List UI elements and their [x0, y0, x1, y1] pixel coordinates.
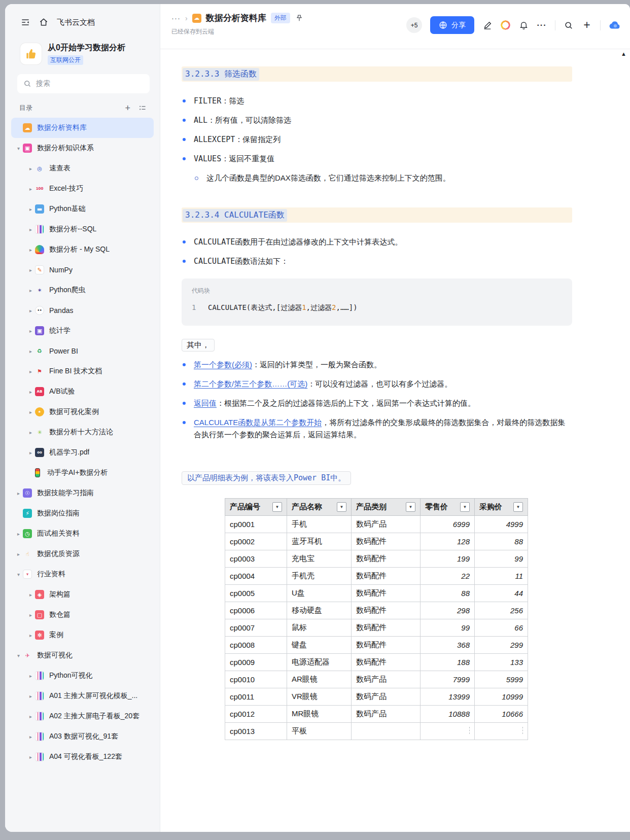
sidebar-item[interactable]: ▸ABA/B试验: [11, 381, 154, 402]
sidebar-item[interactable]: ▸数据分析 - My SQL: [11, 239, 154, 260]
table-cell: cp0006: [225, 602, 287, 619]
sidebar-item[interactable]: ▸◈架构篇: [11, 584, 154, 605]
home-icon[interactable]: [39, 17, 49, 27]
expand-arrow-icon[interactable]: ▸: [26, 328, 35, 334]
filter-dropdown-icon[interactable]: ▼: [513, 502, 523, 512]
sidebar-item[interactable]: ▸★数据可视化案例: [11, 402, 154, 422]
warehouse-icon: ▢: [35, 610, 44, 619]
doc-card[interactable]: 从0开始学习数据分析 互联网公开: [5, 32, 160, 65]
filter-dropdown-icon[interactable]: ▼: [337, 502, 346, 512]
sidebar-item[interactable]: ▸A03 数据可视化_91套: [11, 726, 154, 747]
sidebar-item[interactable]: ▸♻Power BI: [11, 341, 154, 361]
expand-arrow-icon[interactable]: ▸: [26, 714, 35, 719]
cloud-app-icon[interactable]: [609, 19, 621, 31]
scroll-up-icon[interactable]: ▲: [621, 51, 626, 57]
sidebar-item-label: A01 主推大屏可视化模板_...: [49, 691, 137, 701]
expand-arrow-icon[interactable]: ▾: [14, 572, 23, 577]
expand-arrow-icon[interactable]: ▸: [26, 227, 35, 232]
sidebar-item[interactable]: ⚡数据岗位指南: [11, 503, 154, 523]
filter-dropdown-icon[interactable]: ▼: [272, 502, 282, 512]
filter-dropdown-icon[interactable]: ▼: [460, 502, 470, 512]
catalog-settings-icon[interactable]: [138, 104, 147, 112]
sidebar-item[interactable]: ▸⚑Fine BI 技术文档: [11, 361, 154, 381]
search-input[interactable]: 搜索: [17, 74, 150, 93]
expand-arrow-icon[interactable]: ▸: [26, 430, 35, 435]
expand-arrow-icon[interactable]: ▸: [26, 348, 35, 354]
expand-arrow-icon[interactable]: ▾: [14, 146, 23, 151]
expand-arrow-icon[interactable]: ▸: [26, 389, 35, 395]
sidebar-item[interactable]: ▸A02 主推大屏电子看板_20套: [11, 706, 154, 726]
ai-assistant-icon[interactable]: [501, 20, 510, 30]
inline-link[interactable]: CALCULATE函数是从第二个参数开始: [194, 418, 322, 427]
more-icon[interactable]: ···: [537, 21, 547, 30]
add-page-icon[interactable]: +: [125, 103, 130, 113]
sidebar-item[interactable]: ▾▣数据分析知识体系: [11, 138, 154, 158]
expand-arrow-icon[interactable]: ▸: [26, 754, 35, 760]
expand-arrow-icon[interactable]: ▸: [26, 633, 35, 638]
breadcrumb-doc-name[interactable]: 数据分析资料库: [206, 12, 266, 24]
sidebar-item[interactable]: ▸▢数仓篇: [11, 605, 154, 625]
sidebar-item[interactable]: ▸✳数据分析十大方法论: [11, 422, 154, 442]
share-button[interactable]: 分享: [430, 16, 474, 34]
expand-arrow-icon[interactable]: ▸: [26, 247, 35, 253]
filter-dropdown-icon[interactable]: ▼: [406, 502, 415, 512]
sidebar-item[interactable]: ▸100Excel-技巧: [11, 179, 154, 199]
pin-icon[interactable]: [295, 14, 304, 23]
expand-arrow-icon[interactable]: ▸: [26, 288, 35, 293]
expand-arrow-icon[interactable]: ▸: [26, 693, 35, 699]
sidebar-item[interactable]: ▸◷面试相关资料: [11, 523, 154, 544]
expand-arrow-icon[interactable]: ▸: [26, 409, 35, 415]
expand-arrow-icon[interactable]: ▸: [26, 308, 35, 313]
knowledge-icon: ▣: [23, 144, 32, 153]
expand-arrow-icon[interactable]: ▸: [26, 166, 35, 171]
sidebar-item[interactable]: ▸◎速查表: [11, 158, 154, 179]
sidebar-item-label: A03 数据可视化_91套: [49, 732, 118, 741]
sidebar-item[interactable]: ▸▬Python基础: [11, 199, 154, 219]
sidebar-item-label: 速查表: [49, 164, 71, 173]
expand-arrow-icon[interactable]: ▸: [14, 491, 23, 496]
expand-arrow-icon[interactable]: ▾: [14, 653, 23, 658]
sidebar-item[interactable]: ▸▣统计学: [11, 321, 154, 341]
expand-arrow-icon[interactable]: ▸: [26, 369, 35, 374]
inline-link[interactable]: 第二个参数/第三个参数……(可选): [194, 379, 307, 388]
sidebar-item[interactable]: ☁数据分析资料库: [11, 118, 154, 138]
sidebar-item[interactable]: ▸oo机器学习.pdf: [11, 442, 154, 463]
expand-arrow-icon[interactable]: ▸: [26, 734, 35, 740]
sidebar-item[interactable]: ▸✻案例: [11, 625, 154, 645]
search-topbar-icon[interactable]: [564, 21, 574, 30]
expand-arrow-icon[interactable]: ▸: [26, 673, 35, 679]
collaborators-badge[interactable]: +5: [406, 17, 422, 33]
expand-arrow-icon[interactable]: ▸: [14, 531, 23, 537]
sidebar-item[interactable]: ▾∨行业资料: [11, 564, 154, 584]
table-cell: cp0005: [225, 585, 287, 602]
inline-link[interactable]: 返回值: [194, 399, 217, 407]
expand-arrow-icon[interactable]: ▸: [26, 450, 35, 456]
expand-arrow-icon[interactable]: ▸: [26, 186, 35, 192]
sidebar-item[interactable]: ▸☉数据技能学习指南: [11, 483, 154, 503]
expand-arrow-icon[interactable]: ▸: [26, 612, 35, 618]
sidebar-item[interactable]: 动手学AI+数据分析: [11, 463, 154, 483]
sidebar-item[interactable]: ▸✎NumPy: [11, 260, 154, 280]
external-badge: 外部: [271, 13, 290, 23]
sidebar-item[interactable]: ▸数据分析--SQL: [11, 219, 154, 239]
sidebar-item[interactable]: ▸✶Python爬虫: [11, 280, 154, 300]
sidebar-item[interactable]: ▸••Pandas: [11, 300, 154, 321]
expand-arrow-icon[interactable]: ▸: [26, 592, 35, 598]
sidebar-item[interactable]: ▾✈数据可视化: [11, 645, 154, 666]
inline-link[interactable]: 第一个参数(必须): [194, 360, 252, 369]
add-icon[interactable]: +: [582, 19, 592, 31]
collapse-sidebar-icon[interactable]: [20, 17, 30, 27]
sidebar-item[interactable]: ▸A01 主推大屏可视化模板_...: [11, 686, 154, 706]
expand-arrow-icon[interactable]: ▸: [26, 267, 35, 273]
sidebar-item[interactable]: ▸A04 可视化看板_122套: [11, 747, 154, 767]
breadcrumb-more-icon[interactable]: ···: [171, 14, 181, 22]
expand-arrow-icon[interactable]: ▸: [14, 551, 23, 557]
notifications-bell-icon[interactable]: [518, 20, 529, 30]
edit-icon[interactable]: [482, 21, 493, 30]
sidebar-item[interactable]: ▸Python可视化: [11, 666, 154, 686]
expand-arrow-icon[interactable]: ▸: [26, 206, 35, 212]
sidebar-item-label: 统计学: [49, 326, 71, 335]
table-column-header: 产品编号▼: [225, 499, 287, 516]
table-cell: 199: [421, 550, 475, 568]
sidebar-item[interactable]: ▸☝数据优质资源: [11, 544, 154, 564]
